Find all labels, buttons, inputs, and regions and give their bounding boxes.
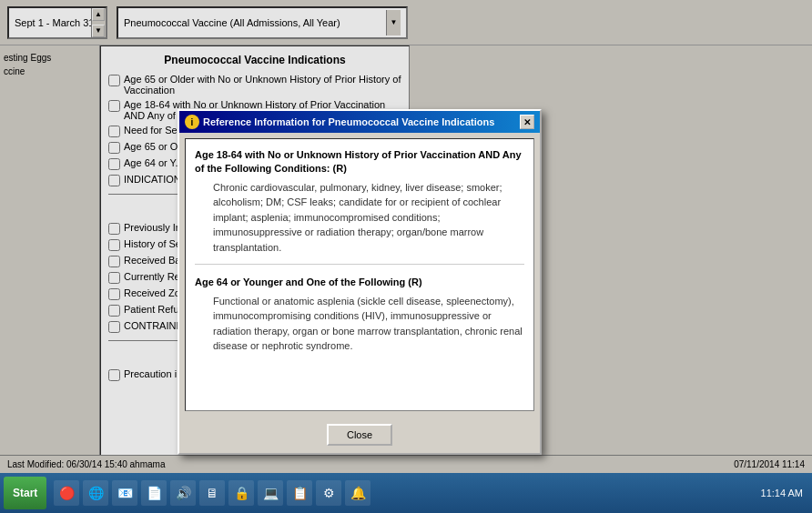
start-button[interactable]: Start bbox=[4, 477, 46, 509]
modal-section-1-body: Chronic cardiovascular, pulmonary, kidne… bbox=[195, 180, 524, 256]
modal-title-left: i Reference Information for Pneumococcal… bbox=[185, 115, 494, 129]
modal-title-bar: i Reference Information for Pneumococcal… bbox=[179, 111, 540, 133]
modal-section-2-body: Functional or anatomic asplenia (sickle … bbox=[195, 294, 524, 354]
modal-footer: Close bbox=[179, 417, 540, 453]
taskbar-icon-6[interactable]: 🖥 bbox=[199, 480, 225, 506]
taskbar-icons: 🔴 🌐 📧 📄 🔊 🖥 🔒 💻 📋 ⚙ 🔔 bbox=[54, 480, 370, 506]
taskbar: Start 🔴 🌐 📧 📄 🔊 🖥 🔒 💻 📋 ⚙ 🔔 11:14 AM bbox=[0, 473, 812, 513]
modal-close-x-button[interactable]: ✕ bbox=[520, 115, 534, 129]
taskbar-icon-9[interactable]: 📋 bbox=[287, 480, 312, 506]
taskbar-icon-2[interactable]: 🌐 bbox=[83, 480, 108, 506]
taskbar-icon-7[interactable]: 🔒 bbox=[228, 480, 254, 506]
taskbar-icon-11[interactable]: 🔔 bbox=[345, 480, 370, 506]
modal-close-button[interactable]: Close bbox=[327, 424, 392, 446]
modal-section-2: Age 64 or Younger and One of the Followi… bbox=[195, 276, 524, 362]
modal-section-2-title: Age 64 or Younger and One of the Followi… bbox=[195, 276, 524, 289]
modal-section-1: Age 18-64 with No or Unknown History of … bbox=[195, 148, 524, 265]
modal-section-1-title: Age 18-64 with No or Unknown History of … bbox=[195, 148, 524, 176]
modal-title-text: Reference Information for Pneumococcal V… bbox=[203, 116, 494, 127]
taskbar-icon-4[interactable]: 📄 bbox=[141, 480, 167, 506]
taskbar-icon-1[interactable]: 🔴 bbox=[54, 480, 79, 506]
taskbar-icon-5[interactable]: 🔊 bbox=[170, 480, 196, 506]
taskbar-icon-8[interactable]: 💻 bbox=[258, 480, 283, 506]
taskbar-icon-10[interactable]: ⚙ bbox=[316, 480, 341, 506]
modal-dialog: i Reference Information for Pneumococcal… bbox=[178, 109, 542, 455]
modal-body: Age 18-64 with No or Unknown History of … bbox=[185, 138, 534, 411]
taskbar-time: 11:14 AM bbox=[756, 486, 808, 500]
taskbar-right: 11:14 AM bbox=[756, 486, 808, 500]
info-icon: i bbox=[185, 115, 199, 129]
taskbar-icon-3[interactable]: 📧 bbox=[112, 480, 137, 506]
